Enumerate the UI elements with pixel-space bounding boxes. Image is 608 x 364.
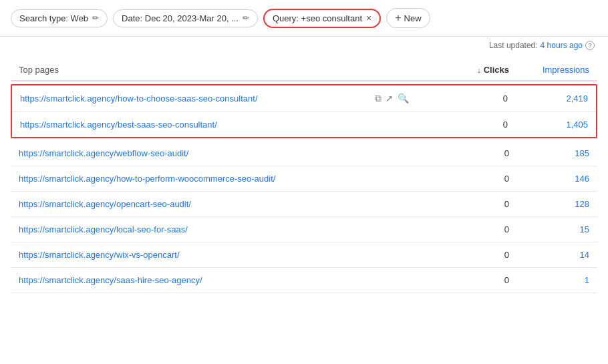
row-url[interactable]: https://smartclick.agency/how-to-perform… bbox=[19, 174, 416, 184]
search-type-edit-icon[interactable]: ✏ bbox=[92, 13, 99, 23]
row-action-icons: ⧉ ➚ 🔍 bbox=[375, 93, 409, 104]
row-impressions: 146 bbox=[509, 174, 589, 184]
row-impressions: 128 bbox=[509, 199, 589, 209]
plus-icon: + bbox=[395, 12, 401, 24]
copy-icon[interactable]: ⧉ bbox=[375, 93, 382, 104]
row-url[interactable]: https://smartclick.agency/how-to-choose-… bbox=[20, 94, 375, 104]
highlighted-rows-group: https://smartclick.agency/how-to-choose-… bbox=[11, 84, 597, 138]
query-chip[interactable]: Query: +seo consultant × bbox=[263, 9, 381, 28]
row-impressions: 1 bbox=[509, 275, 589, 285]
row-url[interactable]: https://smartclick.agency/webflow-seo-au… bbox=[19, 148, 416, 158]
sort-down-icon: ↓ bbox=[477, 66, 481, 74]
row-clicks: 0 bbox=[416, 224, 509, 234]
row-clicks: 0 bbox=[416, 148, 509, 158]
last-updated-time: 4 hours ago bbox=[541, 41, 583, 50]
new-button[interactable]: + New bbox=[386, 8, 430, 28]
main-content: Top pages ↓ Clicks Impressions https://s… bbox=[0, 59, 608, 293]
row-url[interactable]: https://smartclick.agency/saas-hire-seo-… bbox=[19, 275, 416, 285]
row-url[interactable]: https://smartclick.agency/opencart-seo-a… bbox=[19, 199, 416, 209]
results-table: Top pages ↓ Clicks Impressions https://s… bbox=[11, 59, 597, 293]
last-updated-bar: Last updated: 4 hours ago ? bbox=[0, 37, 608, 54]
table-header: Top pages ↓ Clicks Impressions bbox=[11, 59, 597, 81]
row-impressions: 2,419 bbox=[508, 94, 588, 104]
query-label: Query: +seo consultant bbox=[273, 13, 362, 23]
row-clicks: 0 bbox=[414, 94, 508, 104]
row-clicks: 0 bbox=[416, 199, 509, 209]
col-impressions-header[interactable]: Impressions bbox=[509, 65, 589, 75]
date-chip[interactable]: Date: Dec 20, 2023-Mar 20, ... ✏ bbox=[113, 9, 258, 27]
external-link-icon[interactable]: ➚ bbox=[386, 93, 394, 104]
table-row[interactable]: https://smartclick.agency/saas-hire-seo-… bbox=[11, 268, 597, 293]
row-clicks: 0 bbox=[416, 275, 509, 285]
row-url[interactable]: https://smartclick.agency/local-seo-for-… bbox=[19, 224, 416, 234]
search-type-label: Search type: Web bbox=[19, 13, 88, 23]
table-row[interactable]: https://smartclick.agency/local-seo-for-… bbox=[11, 217, 597, 242]
date-label: Date: Dec 20, 2023-Mar 20, ... bbox=[122, 13, 239, 23]
row-impressions: 185 bbox=[509, 148, 589, 158]
clicks-label: Clicks bbox=[484, 65, 509, 75]
row-clicks: 0 bbox=[416, 250, 509, 260]
col-page-header: Top pages bbox=[19, 65, 416, 75]
table-row[interactable]: https://smartclick.agency/wix-vs-opencar… bbox=[11, 242, 597, 268]
date-edit-icon[interactable]: ✏ bbox=[243, 13, 249, 23]
row-url[interactable]: https://smartclick.agency/wix-vs-opencar… bbox=[19, 250, 416, 260]
row-clicks: 0 bbox=[414, 120, 508, 130]
row-impressions: 15 bbox=[509, 224, 589, 234]
row-impressions: 1,405 bbox=[508, 120, 588, 130]
table-row[interactable]: https://smartclick.agency/webflow-seo-au… bbox=[11, 141, 597, 166]
table-row[interactable]: https://smartclick.agency/opencart-seo-a… bbox=[11, 192, 597, 217]
filter-bar: Search type: Web ✏ Date: Dec 20, 2023-Ma… bbox=[0, 0, 608, 37]
row-impressions: 14 bbox=[509, 250, 589, 260]
table-row[interactable]: https://smartclick.agency/how-to-perform… bbox=[11, 166, 597, 192]
row-url[interactable]: https://smartclick.agency/best-saas-seo-… bbox=[20, 120, 414, 130]
search-inspect-icon[interactable]: 🔍 bbox=[398, 93, 409, 104]
info-icon[interactable]: ? bbox=[585, 41, 595, 50]
new-button-label: New bbox=[404, 13, 422, 23]
table-row[interactable]: https://smartclick.agency/how-to-choose-… bbox=[12, 85, 596, 112]
table-row[interactable]: https://smartclick.agency/best-saas-seo-… bbox=[12, 112, 596, 137]
col-clicks-header[interactable]: ↓ Clicks bbox=[416, 65, 509, 75]
last-updated-prefix: Last updated: bbox=[489, 41, 538, 50]
row-clicks: 0 bbox=[416, 174, 509, 184]
query-close-icon[interactable]: × bbox=[366, 13, 371, 23]
search-type-chip[interactable]: Search type: Web ✏ bbox=[11, 9, 108, 27]
